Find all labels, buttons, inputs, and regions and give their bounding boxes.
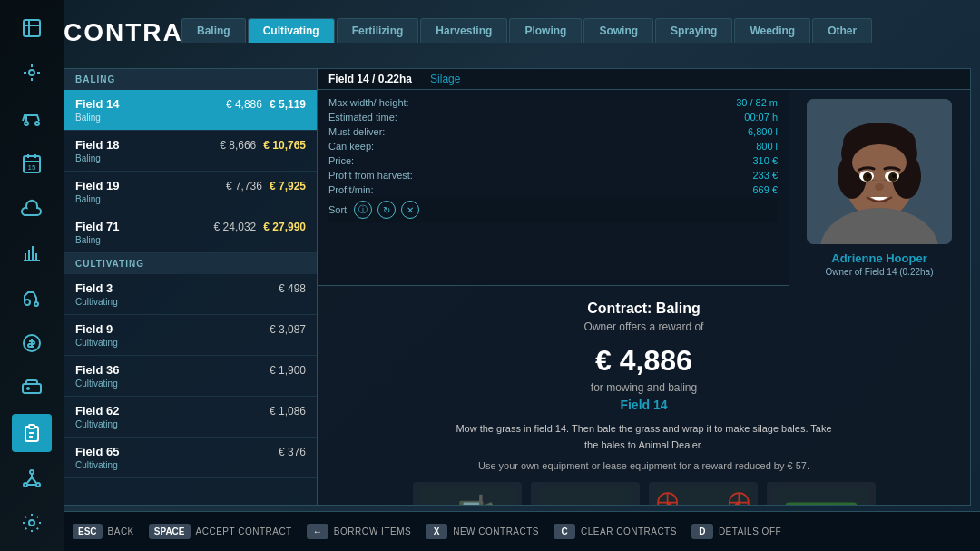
bottom-bar: ESC BACK SPACE ACCEPT CONTRACT ↔ BORROW … — [64, 511, 980, 551]
key-d: D — [691, 524, 713, 539]
field14-name: Field 14 — [75, 97, 119, 111]
section-header-baling: BALING — [64, 69, 317, 90]
owner-description: Owner of Field 14 (0.22ha) — [826, 267, 934, 277]
field36-type: Cultivating — [75, 379, 306, 389]
contract-subtitle: Owner offers a reward of — [584, 320, 704, 333]
field18-price-base: € 8,666 — [220, 139, 256, 152]
sidebar-icon-stats[interactable] — [12, 234, 52, 272]
sidebar-icon-map[interactable] — [12, 9, 52, 47]
svg-rect-43 — [537, 487, 632, 505]
sidebar-icon-contracts[interactable] — [12, 414, 52, 452]
section-header-cultivating: CULTIVATING — [64, 253, 317, 274]
contract-field3-cultivating[interactable]: Field 3 € 498 Cultivating — [64, 274, 317, 315]
label-details-off: DETAILS OFF — [719, 526, 781, 536]
svg-point-1 — [29, 70, 34, 75]
contract-field36-cultivating[interactable]: Field 36 € 1,900 Cultivating — [64, 356, 317, 397]
label-borrow-items: BORROW ITEMS — [334, 526, 411, 536]
sidebar-icon-weather[interactable] — [12, 189, 52, 227]
tab-other[interactable]: Other — [812, 18, 872, 43]
contract-field65-cultivating[interactable]: Field 65 € 376 Cultivating — [64, 438, 317, 478]
contract-field19-baling[interactable]: Field 19 € 7,736 € 7,925 Baling — [64, 172, 317, 212]
svg-point-3 — [35, 122, 39, 125]
tabs-row: Baling Cultivating Fertilizing Harvestin… — [181, 18, 971, 43]
contract-field71-baling[interactable]: Field 71 € 24,032 € 27,990 Baling — [64, 212, 317, 253]
owner-panel: Adrienne Hooper Owner of Field 14 (0.22h… — [789, 90, 970, 286]
sidebar: 15 — [0, 0, 64, 551]
contracts-list: BALING Field 14 € 4,886 € 5,119 Baling F… — [64, 68, 318, 506]
key-space: SPACE — [149, 524, 191, 539]
tab-sowing[interactable]: Sowing — [583, 18, 653, 43]
tab-plowing[interactable]: Plowing — [509, 18, 582, 43]
field62-name: Field 62 — [75, 404, 119, 418]
stat-profitharvest: Profit from harvest: 233 € — [328, 168, 778, 182]
stat-maxwidth: Max width/ height: 30 / 82 m — [328, 95, 778, 110]
field3-name: Field 3 — [75, 281, 113, 295]
detail-crop-badge: Silage — [430, 73, 460, 85]
tab-baling[interactable]: Baling — [181, 18, 246, 43]
field71-type: Baling — [75, 235, 306, 245]
field3-type: Cultivating — [75, 297, 306, 307]
svg-point-15 — [29, 520, 34, 526]
sort-refresh-btn[interactable]: ↻ — [377, 201, 396, 219]
sidebar-icon-network[interactable] — [12, 459, 52, 497]
sort-info-btn[interactable]: ⓘ — [354, 201, 372, 219]
svg-point-29 — [867, 174, 870, 178]
field18-price-bonus: € 10,765 — [263, 139, 306, 152]
field9-price: € 3,087 — [270, 323, 306, 336]
sidebar-icon-settings[interactable] — [12, 504, 52, 542]
svg-point-7 — [34, 302, 38, 306]
stat-profitmin: Profit/min: 669 € — [328, 182, 778, 197]
field71-name: Field 71 — [75, 220, 119, 233]
field65-type: Cultivating — [75, 460, 306, 470]
field19-price-base: € 7,736 — [226, 180, 262, 192]
field3-price: € 498 — [279, 282, 306, 295]
sidebar-icon-equipment[interactable] — [12, 369, 52, 408]
sort-icons: ⓘ ↻ ✕ — [354, 201, 419, 219]
field65-price: € 376 — [279, 446, 306, 458]
owner-avatar — [807, 99, 952, 244]
contract-description: Mow the grass in field 14. Then bale the… — [454, 421, 835, 453]
svg-rect-66 — [773, 487, 868, 505]
field62-type: Cultivating — [75, 419, 306, 429]
equipment-row — [413, 482, 876, 505]
field36-price: € 1,900 — [270, 364, 306, 377]
field14-price-base: € 4,886 — [226, 98, 262, 111]
equipment-baler — [767, 482, 876, 505]
contract-field62-cultivating[interactable]: Field 62 € 1,086 Cultivating — [64, 397, 317, 438]
svg-point-2 — [24, 122, 28, 125]
contract-field14-baling[interactable]: Field 14 € 4,886 € 5,119 Baling — [64, 90, 317, 131]
field9-type: Cultivating — [75, 338, 306, 348]
tab-harvesting[interactable]: Harvesting — [420, 18, 507, 43]
field65-name: Field 65 — [75, 445, 119, 458]
tab-weeding[interactable]: Weeding — [734, 18, 810, 43]
tab-cultivating[interactable]: Cultivating — [248, 18, 335, 43]
tab-fertilizing[interactable]: Fertilizing — [337, 18, 419, 43]
field19-type: Baling — [75, 194, 306, 204]
equipment-tractor — [413, 482, 522, 505]
field14-price-bonus: € 5,119 — [270, 98, 306, 111]
sidebar-icon-money[interactable] — [12, 324, 52, 362]
sidebar-icon-calendar[interactable]: 15 — [12, 144, 52, 182]
key-esc: ESC — [73, 524, 103, 539]
label-clear-contracts: CLEAR CONTRACTS — [581, 526, 677, 536]
sort-close-btn[interactable]: ✕ — [401, 201, 419, 219]
sidebar-icon-farm[interactable] — [12, 54, 52, 93]
svg-rect-67 — [785, 503, 857, 505]
field19-price-bonus: € 7,925 — [270, 180, 306, 192]
svg-rect-11 — [29, 425, 34, 428]
contract-field18-baling[interactable]: Field 18 € 8,666 € 10,765 Baling — [64, 131, 317, 172]
main-content: CONTRACTS Baling Cultivating Fertilizing… — [64, 18, 971, 506]
sidebar-icon-vehicle[interactable] — [12, 99, 52, 137]
contract-field9-cultivating[interactable]: Field 9 € 3,087 Cultivating — [64, 315, 317, 356]
tab-spraying[interactable]: Spraying — [655, 18, 732, 43]
content-area: BALING Field 14 € 4,886 € 5,119 Baling F… — [64, 68, 971, 506]
field62-price: € 1,086 — [270, 405, 306, 418]
field19-name: Field 19 — [75, 179, 119, 192]
contract-reward: € 4,886 — [595, 344, 692, 378]
contract-for: for mowing and baling — [591, 381, 697, 394]
sort-row: Sort ⓘ ↻ ✕ — [328, 197, 778, 222]
svg-rect-36 — [463, 503, 479, 505]
svg-point-14 — [36, 483, 40, 487]
field71-price-bonus: € 27,990 — [263, 221, 306, 233]
sidebar-icon-tractor[interactable] — [12, 279, 52, 317]
